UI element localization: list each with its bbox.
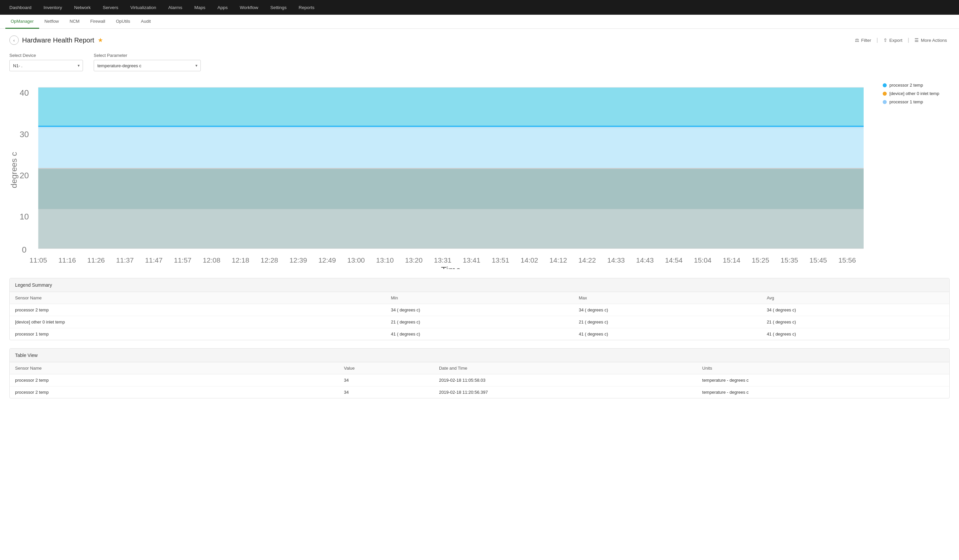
svg-text:10: 10 (20, 212, 29, 221)
svg-text:13:00: 13:00 (347, 256, 365, 264)
table-row: processor 2 temp34 ( degrees c)34 ( degr… (10, 304, 949, 316)
svg-text:13:41: 13:41 (463, 256, 480, 264)
legend-summary-section: Legend Summary Sensor Name Min Max Avg p… (10, 278, 949, 340)
svg-text:degrees c: degrees c (10, 152, 18, 188)
svg-text:14:54: 14:54 (665, 256, 683, 264)
table-view-table: Sensor Name Value Date and Time Units pr… (10, 362, 949, 398)
svg-text:15:35: 15:35 (781, 256, 798, 264)
sub-nav-firewall[interactable]: Firewall (85, 15, 111, 29)
legend-summary-header-row: Sensor Name Min Max Avg (10, 292, 949, 304)
sub-nav-audit[interactable]: Audit (135, 15, 156, 29)
more-actions-label: More Actions (921, 38, 947, 43)
svg-text:40: 40 (20, 88, 29, 97)
title-area: ‹ Hardware Health Report ★ (10, 35, 103, 45)
cell-datetime: 2019-02-18 11:20:56.397 (434, 387, 697, 398)
top-nav-inventory[interactable]: Inventory (37, 0, 68, 15)
device-form-group: Select Device N1- . (10, 53, 83, 71)
svg-text:11:57: 11:57 (174, 256, 191, 264)
chart-container: 40 30 20 10 0 degrees c (10, 79, 949, 270)
export-icon: ⇧ (883, 37, 887, 43)
cell-units: temperature - degrees c (697, 374, 949, 387)
svg-text:15:04: 15:04 (694, 256, 712, 264)
cell-max: 41 ( degrees c) (573, 328, 761, 340)
svg-text:14:22: 14:22 (578, 256, 596, 264)
more-actions-button[interactable]: ☰ More Actions (912, 36, 949, 44)
svg-text:11:37: 11:37 (116, 256, 134, 264)
cell-max: 34 ( degrees c) (573, 304, 761, 316)
table-view-thead: Sensor Name Value Date and Time Units (10, 362, 949, 374)
legend-item-label: [device] other 0 inlet temp (889, 91, 939, 96)
cell-units: temperature - degrees c (697, 387, 949, 398)
svg-text:15:45: 15:45 (809, 256, 827, 264)
export-label: Export (889, 38, 902, 43)
top-nav-alarms[interactable]: Alarms (162, 0, 188, 15)
page-title: Hardware Health Report (22, 37, 94, 44)
cell-name: [device] other 0 inlet temp (10, 316, 386, 328)
form-row: Select Device N1- . Select Parameter tem… (10, 53, 949, 71)
tv-col-datetime: Date and Time (434, 362, 697, 374)
top-nav-virtualization[interactable]: Virtualization (124, 0, 162, 15)
filter-button[interactable]: ⚖ Filter (852, 36, 874, 44)
svg-text:14:12: 14:12 (550, 256, 567, 264)
svg-text:15:14: 15:14 (723, 256, 741, 264)
legend-color-dot (883, 83, 887, 88)
cell-name: processor 2 temp (10, 304, 386, 316)
svg-text:12:49: 12:49 (318, 256, 336, 264)
sub-nav-oputils[interactable]: OpUtils (110, 15, 135, 29)
legend-summary-thead: Sensor Name Min Max Avg (10, 292, 949, 304)
separator-2: | (908, 37, 909, 43)
favorite-icon[interactable]: ★ (98, 37, 103, 44)
cell-avg: 41 ( degrees c) (761, 328, 949, 340)
svg-text:14:33: 14:33 (607, 256, 625, 264)
svg-text:13:20: 13:20 (405, 256, 422, 264)
top-navigation: DashboardInventoryNetworkServersVirtuali… (0, 0, 959, 15)
sub-nav-ncm[interactable]: NCM (64, 15, 85, 29)
top-nav-reports[interactable]: Reports (293, 0, 320, 15)
cell-name: processor 1 temp (10, 328, 386, 340)
svg-text:11:16: 11:16 (58, 256, 76, 264)
param-select-wrapper: temperature-degrees c (94, 60, 201, 71)
legend-summary-title: Legend Summary (10, 278, 949, 292)
svg-text:13:10: 13:10 (376, 256, 393, 264)
top-nav-servers[interactable]: Servers (97, 0, 124, 15)
sub-nav-netflow[interactable]: Netflow (39, 15, 64, 29)
svg-text:11:47: 11:47 (145, 256, 162, 264)
param-form-group: Select Parameter temperature-degrees c (94, 53, 201, 71)
tv-col-value: Value (339, 362, 434, 374)
legend-color-dot (883, 100, 887, 104)
top-nav-apps[interactable]: Apps (212, 0, 234, 15)
sub-nav-opmanager[interactable]: OpManager (5, 15, 39, 29)
col-min: Min (386, 292, 573, 304)
top-nav-network[interactable]: Network (68, 0, 97, 15)
top-nav-dashboard[interactable]: Dashboard (3, 0, 37, 15)
top-nav-workflow[interactable]: Workflow (234, 0, 264, 15)
svg-text:13:51: 13:51 (492, 256, 509, 264)
legend-item: processor 2 temp (883, 83, 949, 88)
separator-1: | (877, 37, 878, 43)
page-header: ‹ Hardware Health Report ★ ⚖ Filter | ⇧ … (10, 35, 949, 45)
table-row: processor 2 temp342019-02-18 11:20:56.39… (10, 387, 949, 398)
tv-col-units: Units (697, 362, 949, 374)
table-row: processor 2 temp342019-02-18 11:05:58.03… (10, 374, 949, 387)
svg-text:12:18: 12:18 (231, 256, 249, 264)
tv-col-sensor: Sensor Name (10, 362, 339, 374)
top-nav-maps[interactable]: Maps (188, 0, 212, 15)
svg-text:12:08: 12:08 (203, 256, 220, 264)
param-label: Select Parameter (94, 53, 201, 58)
legend-color-dot (883, 92, 887, 95)
export-button[interactable]: ⇧ Export (881, 36, 905, 44)
device-select[interactable]: N1- . (10, 60, 83, 71)
cell-value: 34 (339, 374, 434, 387)
legend-item-label: processor 2 temp (889, 83, 923, 88)
back-button[interactable]: ‹ (10, 35, 19, 45)
cell-min: 34 ( degrees c) (386, 304, 573, 316)
svg-text:11:05: 11:05 (29, 256, 47, 264)
cell-min: 41 ( degrees c) (386, 328, 573, 340)
col-max: Max (573, 292, 761, 304)
more-actions-icon: ☰ (914, 37, 919, 43)
filter-icon: ⚖ (855, 37, 859, 43)
svg-text:15:56: 15:56 (838, 256, 855, 264)
top-nav-settings[interactable]: Settings (264, 0, 293, 15)
param-select[interactable]: temperature-degrees c (94, 60, 201, 71)
svg-text:0: 0 (22, 245, 27, 254)
